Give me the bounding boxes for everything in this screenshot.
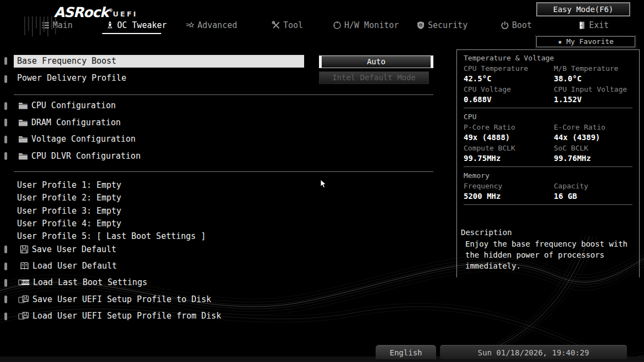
row-indicator [4,279,7,287]
folder-icon [18,152,28,160]
row-indicator [4,296,7,303]
folder-icon [18,119,28,127]
tab-security[interactable]: Security [416,19,467,32]
tab-main[interactable]: Main [41,19,73,32]
list-icon [41,21,50,30]
easy-mode-button[interactable]: Easy Mode(F6) [536,2,630,16]
stat-mb-temperature: M/B Temperature 38.0°C [554,64,635,83]
folder-icon [18,135,28,143]
section-title-cpu: CPU [464,112,635,122]
stat-memory-frequency: Frequency 5200 MHz [464,181,554,201]
rocket-icon [106,21,114,30]
submenu-cpu-dlvr-configuration[interactable]: CPU DLVR Configuration [18,150,141,162]
action-save-uefi-profile-to-disk[interactable]: Save User UEFI Setup Profile to Disk [18,293,211,305]
row-indicator [4,102,7,110]
stat-cpu-input-voltage: CPU Input Voltage 1.152V [554,85,635,104]
section-title-temperature-voltage: Temperature & Voltage [464,53,635,63]
star-icon: ★ [558,37,566,46]
action-load-uefi-profile-from-disk[interactable]: Load User UEFI Setup Profile from Disk [18,310,221,322]
row-indicator [4,246,7,253]
row-indicator [4,119,7,126]
door-icon [577,21,586,30]
shooting-star-icon [185,21,195,30]
row-indicator [4,263,7,270]
submenu-cpu-configuration[interactable]: CPU Configuration [18,99,116,112]
stat-compute-bclk: Compute BCLK 99.75MHz [464,143,554,163]
uefi-logo-text: UEFI [113,10,137,18]
datetime-display: Sun 01/18/2026, 19:40:29 [440,345,627,359]
row-indicator [4,75,7,83]
stat-ecore-ratio: E-Core Ratio 44x (4389) [554,122,635,142]
submenu-dram-configuration[interactable]: DRAM Configuration [18,116,121,129]
tab-exit[interactable]: Exit [577,19,609,32]
uefi-screen: ASRock® UEFI Easy Mode(F6) ★ My Favorite… [0,0,644,362]
user-profile-5[interactable]: User Profile 5: [ Last Boot Settings ] [17,230,206,242]
folder-icon [18,102,28,110]
option-base-frequency-boost[interactable]: Base Frequency Boost [14,55,304,68]
save-disk-icon [18,295,29,304]
svg-text:BIOS: BIOS [21,280,30,285]
panel-separator [464,166,632,167]
section-title-memory: Memory [464,170,635,181]
description-block: Description Enjoy the base frequency boo… [461,226,632,271]
gauge-icon [333,21,342,30]
stat-soc-bclk: SoC BCLK 99.76MHz [554,143,635,163]
description-text: Enjoy the base frequency boost with the … [461,238,632,271]
row-indicator [4,57,7,65]
tab-advanced[interactable]: Advanced [185,19,237,32]
tab-hw-monitor[interactable]: H/W Monitor [333,19,399,32]
panel-separator [464,108,632,108]
row-indicator [4,313,7,320]
row-indicator [4,152,7,160]
my-favorite-button[interactable]: ★ My Favorite [536,36,635,47]
action-load-user-default[interactable]: Load User Default [20,260,117,272]
user-profile-3[interactable]: User Profile 3: Empty [17,205,122,217]
user-profile-1[interactable]: User Profile 1: Empty [17,179,122,191]
tab-oc-tweaker[interactable]: OC Tweaker [106,19,167,32]
stat-memory-capacity: Capacity 16 GB [554,181,635,201]
panel-separator [464,204,632,205]
floppy-icon [20,245,29,254]
action-load-last-boot-settings[interactable]: BIOS Load Last Boot Settings [18,276,147,288]
submenu-voltage-configuration[interactable]: Voltage Configuration [18,133,136,145]
power-delivery-profile-value-button: Intel Default Mode [319,71,429,84]
action-save-user-default[interactable]: Save User Default [20,243,117,255]
bios-chip-icon: BIOS [18,278,30,287]
tab-tool[interactable]: Tool [272,19,303,32]
separator [14,171,433,172]
asrock-logo: ASRock® [54,4,112,20]
stat-cpu-voltage: CPU Voltage 0.688V [464,85,554,104]
base-frequency-boost-value-button[interactable]: Auto [319,55,433,68]
book-icon [20,261,29,270]
badge-icon [416,21,425,30]
power-icon [500,21,509,30]
description-title: Description [461,226,632,238]
tab-boot[interactable]: Boot [500,19,532,32]
separator [14,94,433,95]
row-indicator [4,136,7,143]
option-power-delivery-profile[interactable]: Power Delivery Profile [17,72,126,84]
mouse-cursor [320,179,327,189]
user-profile-4[interactable]: User Profile 4: Empty [17,218,122,230]
language-button[interactable]: English [376,345,436,359]
tools-icon [272,21,280,30]
user-profile-2[interactable]: User Profile 2: Empty [17,192,122,204]
stat-cpu-temperature: CPU Temperature 42.5°C [464,64,554,83]
stat-pcore-ratio: P-Core Ratio 49x (4888) [464,122,554,142]
load-disk-icon [18,311,29,320]
